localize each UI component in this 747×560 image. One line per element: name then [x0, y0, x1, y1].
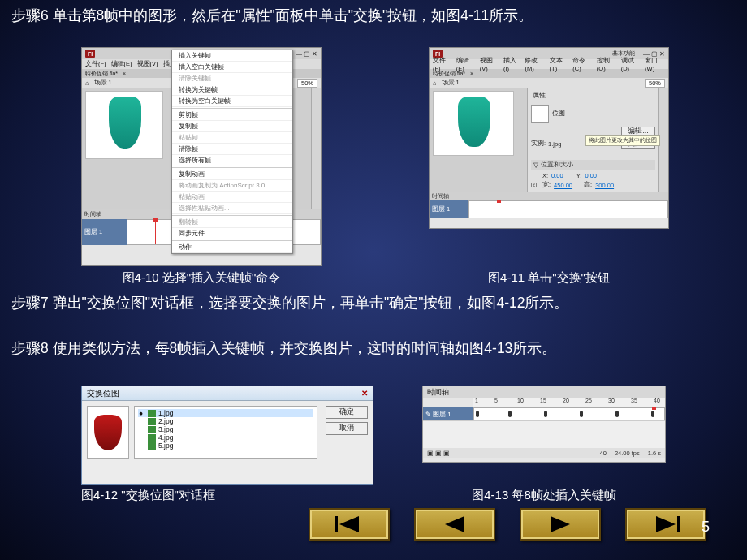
home-icon[interactable]: ⌂ — [85, 80, 89, 87]
ctx-clear-frames[interactable]: 清除帧 — [172, 144, 292, 155]
menu-bar[interactable]: 文件(F) 编辑(E) 视图(V) 插入(I) 修改(M) 文本(T) 命令(C… — [430, 59, 668, 69]
tool-strip[interactable] — [311, 88, 321, 209]
menu-command[interactable]: 命令(C) — [572, 57, 591, 72]
list-item[interactable]: 3.jpg — [138, 425, 313, 433]
h-label: 高: — [584, 181, 592, 189]
next-icon — [541, 515, 580, 534]
ctx-copy-motion[interactable]: 复制动画 — [172, 169, 292, 180]
layer-name[interactable]: ✎ 图层 1 — [423, 407, 473, 420]
w-value[interactable]: 450.00 — [554, 182, 572, 189]
nav-next-button[interactable] — [520, 508, 601, 541]
menu-window[interactable]: 窗口(W) — [645, 57, 665, 72]
nav-last-button[interactable] — [625, 508, 706, 541]
playhead-icon[interactable] — [155, 220, 156, 244]
ctx-cut[interactable]: 剪切帧 — [172, 110, 292, 121]
menu-view[interactable]: 视图(V) — [480, 57, 499, 72]
window-close-icon: ✕ — [312, 50, 317, 58]
menu-insert[interactable]: 插入(I) — [503, 57, 520, 72]
ctx-clear-keyframe[interactable]: 清除关键帧 — [172, 73, 292, 84]
ctx-insert-keyframe[interactable]: 插入关键帧 — [172, 50, 292, 62]
zoom-value[interactable]: 50% — [645, 79, 665, 88]
prev-icon — [435, 515, 474, 534]
ctx-paste-special[interactable]: 选择性粘贴动画... — [172, 203, 292, 214]
x-value[interactable]: 0.00 — [551, 172, 563, 179]
preview-thumbnail — [87, 406, 129, 459]
lock-icon[interactable]: ⚿ — [531, 182, 539, 189]
disclosure-icon[interactable]: ▽ — [533, 162, 538, 169]
ok-button[interactable]: 确定 — [326, 406, 368, 419]
menu-file[interactable]: 文件(F) — [85, 60, 106, 68]
caption-4-12: 图4-12 "交换位图"对话框 — [81, 488, 325, 503]
zoom-value[interactable]: 50% — [297, 79, 317, 88]
properties-panel[interactable]: 属性 位图 编辑... 实例: 1.jpg 交换... 将此图片更改为其中的位图… — [527, 88, 658, 192]
nav-prev-button[interactable] — [414, 508, 495, 541]
status-toolbar[interactable]: ▣ ▣ ▣ — [427, 450, 450, 457]
menu-modify[interactable]: 修改(M) — [525, 57, 544, 72]
layer-name[interactable]: 图层 1 — [82, 219, 127, 245]
playhead-icon[interactable] — [654, 408, 654, 420]
pos-size-header[interactable]: ▽ 位置和大小 — [531, 160, 655, 170]
separator — [172, 108, 292, 109]
ctx-convert-keyframe[interactable]: 转换为关键帧 — [172, 84, 292, 96]
frames-track[interactable] — [473, 407, 665, 420]
separator — [172, 240, 292, 241]
timeline-track[interactable] — [468, 200, 668, 218]
y-value[interactable]: 0.00 — [585, 172, 597, 179]
bitmap-icon — [148, 418, 156, 425]
ctx-actions[interactable]: 动作 — [172, 242, 292, 253]
thumbnail-image — [94, 415, 122, 450]
bitmap-icon — [148, 426, 156, 433]
y-label: Y: — [576, 172, 582, 179]
cancel-button[interactable]: 取消 — [326, 422, 368, 435]
menu-edit[interactable]: 编辑(E) — [111, 60, 132, 68]
stage[interactable] — [433, 91, 514, 156]
ctx-insert-blank-keyframe[interactable]: 插入空白关键帧 — [172, 62, 292, 73]
playhead-icon[interactable] — [499, 201, 499, 218]
ctx-reverse[interactable]: 翻转帧 — [172, 217, 292, 228]
keyframe-icon[interactable] — [544, 411, 547, 417]
menu-control[interactable]: 控制(O) — [597, 57, 616, 72]
list-item[interactable]: 2.jpg — [138, 417, 313, 425]
ctx-paste-motion[interactable]: 粘贴动画 — [172, 192, 292, 203]
step-7-text: 步骤7 弹出"交换位图"对话框，选择要交换的图片，再单击"确定"按钮，如图4-1… — [11, 292, 736, 314]
menu-text[interactable]: 文本(T) — [550, 57, 568, 72]
ctx-select-all[interactable]: 选择所有帧 — [172, 155, 292, 166]
ctx-convert-blank-keyframe[interactable]: 转换为空白关键帧 — [172, 96, 292, 107]
bitmap-list[interactable]: ●1.jpg 2.jpg 3.jpg 4.jpg 5.jpg — [134, 406, 317, 459]
ctx-paste[interactable]: 粘贴帧 — [172, 132, 292, 144]
keyframe-icon[interactable] — [580, 411, 583, 417]
list-item[interactable]: ●1.jpg — [138, 409, 313, 417]
close-tab-icon[interactable]: × — [123, 71, 126, 76]
stage[interactable] — [85, 91, 163, 159]
ctx-copy-as3[interactable]: 将动画复制为 ActionScript 3.0... — [172, 180, 292, 192]
list-item[interactable]: 4.jpg — [138, 433, 313, 442]
layer-name[interactable]: 图层 1 — [430, 200, 468, 218]
tick: 1 — [475, 398, 478, 403]
menu-debug[interactable]: 调试(D) — [621, 57, 640, 72]
context-menu[interactable]: 插入关键帧 插入空白关键帧 清除关键帧 转换为关键帧 转换为空白关键帧 剪切帧 … — [171, 50, 293, 254]
window-max-icon: ▢ — [304, 50, 310, 58]
menu-view[interactable]: 视图(V) — [137, 60, 158, 68]
doc-tab[interactable]: 特价促销.fla* — [85, 70, 118, 78]
close-icon[interactable]: ✕ — [361, 389, 368, 398]
h-value[interactable]: 300.00 — [595, 182, 614, 189]
layer-row[interactable]: ✎ 图层 1 — [423, 407, 665, 420]
ctx-sync[interactable]: 同步元件 — [172, 228, 292, 239]
tick: 5 — [494, 398, 498, 403]
svg-marker-3 — [551, 516, 570, 532]
keyframe-icon[interactable] — [476, 411, 479, 417]
layer-label: 图层 1 — [433, 410, 451, 419]
keyframe-icon[interactable] — [615, 411, 619, 417]
keyframe-icon[interactable] — [508, 411, 512, 417]
timeline-header[interactable]: 时间轴 — [430, 192, 668, 200]
nav-first-button[interactable] — [309, 508, 390, 541]
home-icon[interactable]: ⌂ — [433, 80, 437, 87]
ctx-copy[interactable]: 复制帧 — [172, 121, 292, 132]
svg-marker-1 — [339, 516, 359, 532]
step-6-text: 步骤6 单击第8帧中的图形，然后在"属性"面板中单击"交换"按钮，如图4-11所… — [11, 5, 736, 27]
list-item[interactable]: 5.jpg — [138, 442, 313, 450]
frame-ruler[interactable]: 1 5 10 15 20 25 30 35 40 — [473, 398, 665, 407]
doc-tab[interactable]: 特价促销.fla* — [433, 70, 465, 78]
stage-content-image — [458, 97, 490, 147]
close-tab-icon[interactable]: × — [470, 71, 473, 76]
